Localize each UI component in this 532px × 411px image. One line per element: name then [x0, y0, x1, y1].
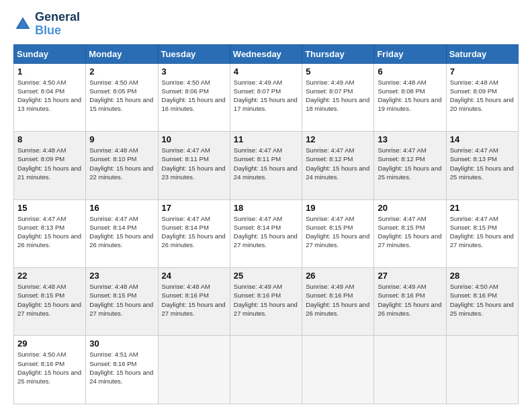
calendar-cell: 15 Sunrise: 4:47 AM Sunset: 8:13 PM Dayl…: [14, 199, 86, 267]
day-info: Sunrise: 4:47 AM Sunset: 8:15 PM Dayligh…: [378, 214, 442, 250]
day-info: Sunrise: 4:47 AM Sunset: 8:12 PM Dayligh…: [306, 146, 370, 181]
day-info: Sunrise: 4:49 AM Sunset: 8:07 PM Dayligh…: [234, 78, 298, 113]
calendar-week-3: 15 Sunrise: 4:47 AM Sunset: 8:13 PM Dayl…: [14, 199, 519, 267]
day-number: 5: [306, 66, 370, 77]
day-info: Sunrise: 4:50 AM Sunset: 8:04 PM Dayligh…: [17, 78, 82, 113]
day-number: 22: [17, 271, 82, 281]
day-number: 28: [450, 271, 515, 281]
calendar-cell: [374, 336, 446, 404]
calendar-cell: 9 Sunrise: 4:48 AM Sunset: 8:10 PM Dayli…: [86, 132, 158, 199]
day-info: Sunrise: 4:50 AM Sunset: 8:06 PM Dayligh…: [162, 78, 226, 113]
calendar-cell: 8 Sunrise: 4:48 AM Sunset: 8:09 PM Dayli…: [14, 132, 86, 199]
logo-text: General Blue: [35, 11, 80, 38]
day-info: Sunrise: 4:49 AM Sunset: 8:16 PM Dayligh…: [306, 282, 370, 318]
calendar-cell: [446, 336, 518, 404]
header: General Blue: [13, 11, 519, 38]
day-info: Sunrise: 4:48 AM Sunset: 8:09 PM Dayligh…: [17, 146, 82, 181]
day-info: Sunrise: 4:47 AM Sunset: 8:14 PM Dayligh…: [234, 214, 298, 250]
day-number: 12: [306, 134, 370, 144]
day-number: 19: [306, 203, 370, 213]
calendar-header-monday: Monday: [86, 44, 158, 63]
calendar-header-wednesday: Wednesday: [230, 44, 302, 63]
day-number: 6: [378, 66, 442, 77]
calendar-week-1: 1 Sunrise: 4:50 AM Sunset: 8:04 PM Dayli…: [14, 63, 519, 131]
day-info: Sunrise: 4:48 AM Sunset: 8:09 PM Dayligh…: [450, 78, 515, 113]
logo-icon: [13, 15, 32, 34]
page: General Blue SundayMondayTuesdayWednesda…: [0, 0, 532, 411]
day-info: Sunrise: 4:47 AM Sunset: 8:13 PM Dayligh…: [17, 214, 82, 250]
calendar-cell: 2 Sunrise: 4:50 AM Sunset: 8:05 PM Dayli…: [86, 63, 158, 131]
calendar-cell: 13 Sunrise: 4:47 AM Sunset: 8:12 PM Dayl…: [374, 132, 446, 199]
calendar-cell: [302, 336, 374, 404]
day-number: 23: [89, 271, 154, 281]
day-info: Sunrise: 4:47 AM Sunset: 8:15 PM Dayligh…: [306, 214, 370, 250]
calendar-header-row: SundayMondayTuesdayWednesdayThursdayFrid…: [14, 44, 519, 63]
calendar-cell: 1 Sunrise: 4:50 AM Sunset: 8:04 PM Dayli…: [14, 63, 86, 131]
calendar-cell: 12 Sunrise: 4:47 AM Sunset: 8:12 PM Dayl…: [302, 132, 374, 199]
day-info: Sunrise: 4:49 AM Sunset: 8:07 PM Dayligh…: [306, 78, 370, 113]
day-number: 11: [234, 134, 298, 144]
calendar-cell: 18 Sunrise: 4:47 AM Sunset: 8:14 PM Dayl…: [230, 199, 302, 267]
day-number: 24: [162, 271, 226, 281]
day-info: Sunrise: 4:48 AM Sunset: 8:08 PM Dayligh…: [378, 78, 442, 113]
day-number: 16: [89, 203, 154, 213]
calendar-cell: 20 Sunrise: 4:47 AM Sunset: 8:15 PM Dayl…: [374, 199, 446, 267]
day-info: Sunrise: 4:50 AM Sunset: 8:05 PM Dayligh…: [89, 78, 154, 113]
day-number: 3: [162, 66, 226, 77]
calendar-cell: 29 Sunrise: 4:50 AM Sunset: 8:16 PM Dayl…: [14, 336, 86, 404]
day-number: 18: [234, 203, 298, 213]
calendar-table: SundayMondayTuesdayWednesdayThursdayFrid…: [13, 44, 519, 404]
calendar-header-tuesday: Tuesday: [158, 44, 230, 63]
day-number: 14: [450, 134, 515, 144]
day-number: 29: [17, 338, 82, 349]
day-info: Sunrise: 4:49 AM Sunset: 8:16 PM Dayligh…: [234, 282, 298, 318]
day-info: Sunrise: 4:47 AM Sunset: 8:14 PM Dayligh…: [162, 214, 226, 250]
day-info: Sunrise: 4:50 AM Sunset: 8:16 PM Dayligh…: [17, 350, 82, 385]
day-number: 17: [162, 203, 226, 213]
day-info: Sunrise: 4:48 AM Sunset: 8:15 PM Dayligh…: [17, 282, 82, 318]
calendar-header-thursday: Thursday: [302, 44, 374, 63]
calendar-cell: [158, 336, 230, 404]
calendar-week-4: 22 Sunrise: 4:48 AM Sunset: 8:15 PM Dayl…: [14, 268, 519, 336]
calendar-cell: 27 Sunrise: 4:49 AM Sunset: 8:16 PM Dayl…: [374, 268, 446, 336]
calendar-cell: 19 Sunrise: 4:47 AM Sunset: 8:15 PM Dayl…: [302, 199, 374, 267]
day-info: Sunrise: 4:47 AM Sunset: 8:11 PM Dayligh…: [162, 146, 226, 181]
day-info: Sunrise: 4:48 AM Sunset: 8:10 PM Dayligh…: [89, 146, 154, 181]
day-number: 30: [89, 338, 154, 349]
calendar-cell: [230, 336, 302, 404]
calendar-cell: 3 Sunrise: 4:50 AM Sunset: 8:06 PM Dayli…: [158, 63, 230, 131]
day-info: Sunrise: 4:47 AM Sunset: 8:11 PM Dayligh…: [234, 146, 298, 181]
day-number: 4: [234, 66, 298, 77]
day-number: 27: [378, 271, 442, 281]
calendar-cell: 5 Sunrise: 4:49 AM Sunset: 8:07 PM Dayli…: [302, 63, 374, 131]
logo-area: General Blue: [13, 11, 80, 38]
calendar-cell: 22 Sunrise: 4:48 AM Sunset: 8:15 PM Dayl…: [14, 268, 86, 336]
calendar-cell: 7 Sunrise: 4:48 AM Sunset: 8:09 PM Dayli…: [446, 63, 518, 131]
calendar-week-2: 8 Sunrise: 4:48 AM Sunset: 8:09 PM Dayli…: [14, 132, 519, 199]
day-info: Sunrise: 4:49 AM Sunset: 8:16 PM Dayligh…: [378, 282, 442, 318]
day-number: 25: [234, 271, 298, 281]
calendar-cell: 30 Sunrise: 4:51 AM Sunset: 8:16 PM Dayl…: [86, 336, 158, 404]
calendar-cell: 17 Sunrise: 4:47 AM Sunset: 8:14 PM Dayl…: [158, 199, 230, 267]
calendar-cell: 6 Sunrise: 4:48 AM Sunset: 8:08 PM Dayli…: [374, 63, 446, 131]
day-number: 15: [17, 203, 82, 213]
calendar-cell: 28 Sunrise: 4:50 AM Sunset: 8:16 PM Dayl…: [446, 268, 518, 336]
day-number: 21: [450, 203, 515, 213]
day-info: Sunrise: 4:51 AM Sunset: 8:16 PM Dayligh…: [89, 350, 154, 385]
day-info: Sunrise: 4:48 AM Sunset: 8:15 PM Dayligh…: [89, 282, 154, 318]
day-number: 20: [378, 203, 442, 213]
calendar-cell: 16 Sunrise: 4:47 AM Sunset: 8:14 PM Dayl…: [86, 199, 158, 267]
day-number: 10: [162, 134, 226, 144]
calendar-header-friday: Friday: [374, 44, 446, 63]
calendar-cell: 24 Sunrise: 4:48 AM Sunset: 8:16 PM Dayl…: [158, 268, 230, 336]
day-number: 7: [450, 66, 515, 77]
calendar-header-saturday: Saturday: [446, 44, 518, 63]
calendar-cell: 14 Sunrise: 4:47 AM Sunset: 8:13 PM Dayl…: [446, 132, 518, 199]
day-info: Sunrise: 4:47 AM Sunset: 8:12 PM Dayligh…: [378, 146, 442, 181]
calendar-cell: 21 Sunrise: 4:47 AM Sunset: 8:15 PM Dayl…: [446, 199, 518, 267]
calendar-cell: 26 Sunrise: 4:49 AM Sunset: 8:16 PM Dayl…: [302, 268, 374, 336]
day-number: 8: [17, 134, 82, 144]
day-number: 13: [378, 134, 442, 144]
day-info: Sunrise: 4:48 AM Sunset: 8:16 PM Dayligh…: [162, 282, 226, 318]
day-number: 1: [17, 66, 82, 77]
